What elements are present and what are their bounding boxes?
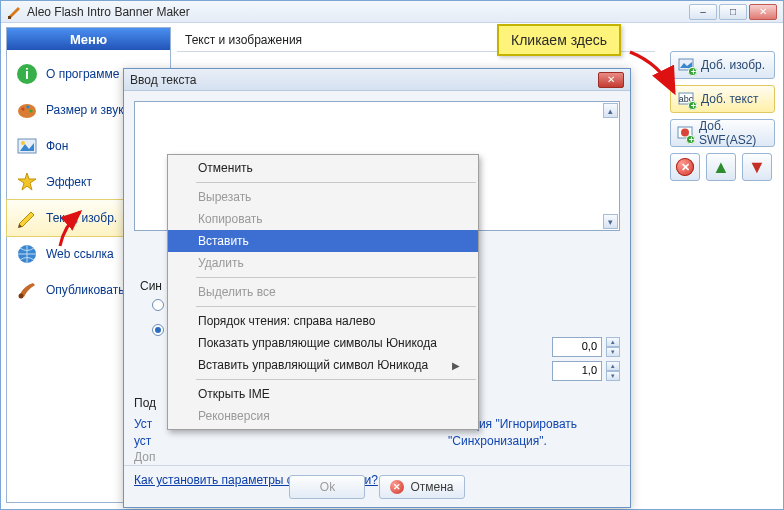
button-label: Доб. SWF(AS2) bbox=[699, 119, 768, 147]
svg-point-9 bbox=[21, 141, 25, 145]
dialog-titlebar[interactable]: Ввод текста ✕ bbox=[124, 69, 630, 91]
callout-box: Кликаем здесь bbox=[497, 24, 621, 56]
window-close-button[interactable]: ✕ bbox=[749, 4, 777, 20]
context-menu-item-label: Удалить bbox=[198, 256, 244, 270]
context-menu-item[interactable]: Порядок чтения: справа налево bbox=[168, 310, 478, 332]
sidebar-item-label: Фон bbox=[46, 139, 68, 153]
app-title: Aleo Flash Intro Banner Maker bbox=[27, 5, 190, 19]
svg-point-6 bbox=[29, 109, 32, 112]
titlebar[interactable]: Aleo Flash Intro Banner Maker – □ ✕ bbox=[1, 1, 783, 23]
radio-icon bbox=[152, 299, 164, 311]
context-menu-item-label: Вырезать bbox=[198, 190, 251, 204]
radio-icon bbox=[152, 324, 164, 336]
sync-radio-1[interactable] bbox=[152, 299, 164, 311]
context-menu-item-label: Вставить bbox=[198, 234, 249, 248]
sidebar-header: Меню bbox=[7, 28, 170, 50]
spin-down-button[interactable]: ▾ bbox=[606, 347, 620, 357]
button-label: Отмена bbox=[410, 480, 453, 494]
delete-item-button[interactable]: ✕ bbox=[670, 153, 700, 181]
window-minimize-button[interactable]: – bbox=[689, 4, 717, 20]
context-menu-item-label: Выделить все bbox=[198, 285, 276, 299]
chevron-right-icon: ▶ bbox=[452, 360, 460, 371]
svg-marker-10 bbox=[18, 173, 36, 190]
svg-rect-0 bbox=[8, 16, 11, 19]
context-menu-item: Реконверсия bbox=[168, 405, 478, 427]
picture-icon bbox=[15, 134, 39, 158]
arrow-up-icon: ▲ bbox=[712, 158, 730, 176]
context-menu-item[interactable]: Открыть IME bbox=[168, 383, 478, 405]
window-maximize-button[interactable]: □ bbox=[719, 4, 747, 20]
delete-icon: ✕ bbox=[676, 158, 694, 176]
brush-icon bbox=[15, 278, 39, 302]
spin-up-button[interactable]: ▴ bbox=[606, 337, 620, 347]
sidebar-item-label: Web ссылка bbox=[46, 247, 114, 261]
button-label: Ok bbox=[320, 480, 335, 494]
add-image-button[interactable]: Доб. изобр. bbox=[670, 51, 775, 79]
context-menu-separator bbox=[196, 277, 476, 278]
sidebar-item-label: Текст, изобр. bbox=[46, 211, 117, 225]
context-menu-item: Копировать bbox=[168, 208, 478, 230]
context-menu-separator bbox=[196, 182, 476, 183]
scroll-down-button[interactable]: ▾ bbox=[603, 214, 618, 229]
context-menu-separator bbox=[196, 379, 476, 380]
spin-down-button[interactable]: ▾ bbox=[606, 371, 620, 381]
palette-icon bbox=[15, 98, 39, 122]
dialog-footer: Ok ✕ Отмена bbox=[124, 465, 630, 507]
sidebar-item-label: О программе bbox=[46, 67, 119, 81]
add-text-button[interactable]: abc Доб. текст bbox=[670, 85, 775, 113]
app-icon bbox=[7, 5, 21, 19]
text-add-icon: abc bbox=[677, 90, 695, 108]
context-menu: ОтменитьВырезатьКопироватьВставитьУдалит… bbox=[167, 154, 479, 430]
hint-line: уст "Синхронизация". bbox=[134, 433, 620, 450]
hint-line-prefix: Доп bbox=[134, 449, 620, 466]
svg-text:abc: abc bbox=[679, 94, 694, 104]
context-menu-item: Выделить все bbox=[168, 281, 478, 303]
swf-add-icon bbox=[677, 124, 693, 142]
ok-button[interactable]: Ok bbox=[289, 475, 365, 499]
move-up-button[interactable]: ▲ bbox=[706, 153, 736, 181]
context-menu-item-label: Копировать bbox=[198, 212, 263, 226]
move-down-button[interactable]: ▼ bbox=[742, 153, 772, 181]
sidebar-item-label: Размер и звук bbox=[46, 103, 123, 117]
context-menu-item-label: Открыть IME bbox=[198, 387, 270, 401]
context-menu-item-label: Реконверсия bbox=[198, 409, 270, 423]
svg-point-5 bbox=[26, 105, 29, 108]
globe-icon bbox=[15, 242, 39, 266]
arrow-down-icon: ▼ bbox=[748, 158, 766, 176]
dialog-title: Ввод текста bbox=[130, 73, 598, 87]
sidebar-item-label: Опубликовать bbox=[46, 283, 124, 297]
picture-add-icon bbox=[677, 56, 695, 74]
info-icon: i bbox=[15, 62, 39, 86]
context-menu-item: Вырезать bbox=[168, 186, 478, 208]
side-buttons: Доб. изобр. abc Доб. текст Доб. SWF(AS2)… bbox=[670, 51, 775, 181]
spin-up-button[interactable]: ▴ bbox=[606, 361, 620, 371]
context-menu-item[interactable]: Вставить управляющий символ Юникода▶ bbox=[168, 354, 478, 376]
context-menu-item[interactable]: Показать управляющие символы Юникода bbox=[168, 332, 478, 354]
add-swf-button[interactable]: Доб. SWF(AS2) bbox=[670, 119, 775, 147]
context-menu-item: Удалить bbox=[168, 252, 478, 274]
context-menu-item[interactable]: Вставить bbox=[168, 230, 478, 252]
button-label: Доб. изобр. bbox=[701, 58, 765, 72]
cancel-button[interactable]: ✕ Отмена bbox=[379, 475, 464, 499]
spin-value-1[interactable]: 0,0 bbox=[552, 337, 602, 357]
section-label: Син bbox=[140, 279, 162, 293]
context-menu-separator bbox=[196, 306, 476, 307]
sidebar-item-label: Эффект bbox=[46, 175, 92, 189]
context-menu-item-label: Вставить управляющий символ Юникода bbox=[198, 358, 428, 372]
star-icon bbox=[15, 170, 39, 194]
button-label: Доб. текст bbox=[701, 92, 758, 106]
dialog-close-button[interactable]: ✕ bbox=[598, 72, 624, 88]
svg-point-18 bbox=[681, 129, 689, 137]
svg-text:i: i bbox=[25, 66, 29, 82]
context-menu-item-label: Порядок чтения: справа налево bbox=[198, 314, 375, 328]
context-menu-item[interactable]: Отменить bbox=[168, 157, 478, 179]
svg-point-4 bbox=[21, 107, 24, 110]
pencil-icon bbox=[15, 206, 39, 230]
spin-value-2[interactable]: 1,0 bbox=[552, 361, 602, 381]
scroll-up-button[interactable]: ▴ bbox=[603, 103, 618, 118]
context-menu-item-label: Показать управляющие символы Юникода bbox=[198, 336, 437, 350]
svg-point-12 bbox=[19, 294, 24, 299]
cancel-icon: ✕ bbox=[390, 480, 404, 494]
context-menu-item-label: Отменить bbox=[198, 161, 253, 175]
